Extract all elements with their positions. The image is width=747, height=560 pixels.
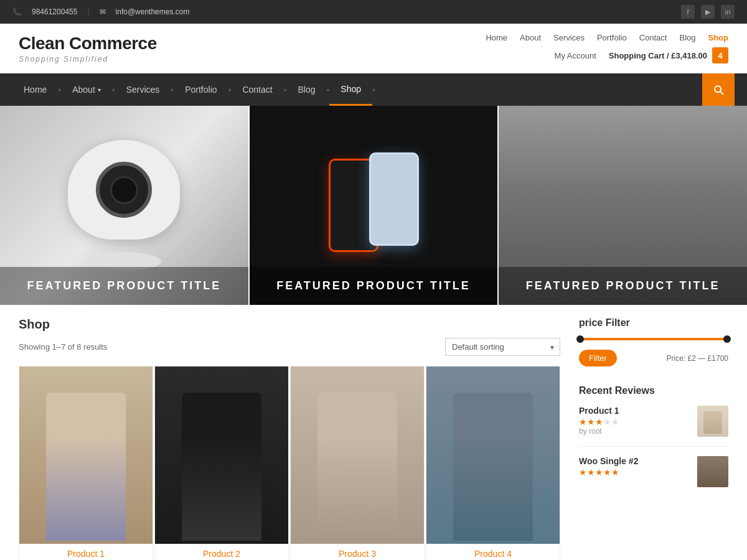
nav-contact[interactable]: Contact (231, 73, 283, 106)
recent-reviews-section: Recent Reviews Product 1 ★★★★★ by root (579, 385, 728, 497)
featured-overlay-3: FEATURED PRODUCT TITLE (499, 267, 747, 305)
sort-select[interactable]: Default sorting Sort by popularity Sort … (445, 338, 560, 356)
products-grid: Product 1 £1,700.00 Product 2 £1,700.00 (19, 366, 560, 560)
header-nav-services[interactable]: Services (553, 33, 585, 42)
review-thumbnail-2 (697, 456, 728, 487)
product-card-2[interactable]: Product 2 £1,700.00 (154, 366, 289, 560)
product-name-1: Product 1 (24, 549, 148, 559)
main-navigation: Home ● About ▾ ● Services ● Portfolio ● … (0, 73, 747, 106)
product-name-3: Product 3 (296, 549, 419, 559)
phone-icon: 📞 (12, 7, 22, 16)
header-nav-shop[interactable]: Shop (708, 33, 729, 42)
product-name-4: Product 4 (431, 549, 555, 559)
price-handle-right[interactable] (723, 335, 731, 343)
review-by-1: by root (579, 427, 691, 436)
nav-portfolio[interactable]: Portfolio (174, 73, 228, 106)
header-nav: Home About Services Portfolio Contact Bl… (486, 33, 728, 42)
product-image-3 (291, 366, 424, 544)
review-info-2: Woo Single #2 ★★★★★ (579, 456, 691, 477)
price-handle-left[interactable] (576, 335, 584, 343)
header-nav-blog[interactable]: Blog (679, 33, 695, 42)
price-range-text: Price: £2 — £1700 (667, 354, 728, 363)
search-button[interactable] (702, 73, 735, 106)
featured-item-1[interactable]: FEATURED PRODUCT TITLE (0, 106, 248, 305)
review-product-1: Product 1 (579, 406, 691, 416)
product-name-2: Product 2 (160, 549, 283, 559)
product-image-2 (155, 366, 288, 544)
email-address: info@wenthemes.com (116, 7, 190, 16)
top-bar: 📞 98461200455 | ✉ info@wenthemes.com f ▶… (0, 0, 747, 24)
featured-title-1: FEATURED PRODUCT TITLE (27, 279, 222, 292)
nav-blog[interactable]: Blog (286, 73, 326, 106)
site-title: Clean Commerce (19, 34, 157, 54)
price-filter-actions: Filter Price: £2 — £1700 (579, 350, 728, 366)
header-right: Home About Services Portfolio Contact Bl… (486, 33, 728, 63)
featured-overlay-2: FEATURED PRODUCT TITLE (250, 267, 498, 305)
review-info-1: Product 1 ★★★★★ by root (579, 406, 691, 436)
featured-title-3: FEATURED PRODUCT TITLE (526, 279, 720, 292)
review-item-1: Product 1 ★★★★★ by root (579, 406, 728, 447)
nav-items: Home ● About ▾ ● Services ● Portfolio ● … (12, 73, 702, 106)
review-item-2: Woo Single #2 ★★★★★ (579, 456, 728, 497)
review-thumbnail-1 (697, 406, 728, 437)
email-icon: ✉ (100, 7, 106, 16)
phone-number: 98461200455 (32, 7, 77, 16)
sort-wrapper: Default sorting Sort by popularity Sort … (445, 338, 560, 356)
site-tagline: Shopping Simplified (19, 55, 157, 63)
featured-item-2[interactable]: FEATURED PRODUCT TITLE (248, 106, 498, 305)
product-info-2: Product 2 £1,700.00 (155, 544, 288, 560)
sidebar: price Filter Filter Price: £2 — £1700 Re… (579, 317, 728, 560)
nav-shop[interactable]: Shop (329, 73, 372, 106)
cart-count: 4 (712, 47, 728, 63)
showing-results: Showing 1–7 of 8 results (19, 342, 107, 352)
shopping-cart[interactable]: Shopping Cart / £3,418.00 4 (609, 47, 728, 63)
price-filter-title: price Filter (579, 317, 728, 329)
price-range-bar (579, 338, 728, 340)
product-image-1 (19, 366, 153, 544)
product-info-1: Product 1 £1,700.00 (19, 544, 153, 560)
product-info-3: Product 3 £1,700.00 (291, 544, 424, 560)
nav-home[interactable]: Home (12, 73, 58, 106)
nav-dot-7: ● (372, 87, 375, 93)
product-info-4: Product 4 £1,700.00 (426, 544, 560, 560)
shop-meta: Showing 1–7 of 8 results Default sorting… (19, 338, 560, 356)
product-card-1[interactable]: Product 1 £1,700.00 (19, 366, 153, 560)
price-range-fill (579, 338, 728, 340)
review-stars-2: ★★★★★ (579, 467, 691, 477)
top-bar-contact: 📞 98461200455 | ✉ info@wenthemes.com (12, 7, 189, 16)
featured-products: FEATURED PRODUCT TITLE FEATURED PRODUCT … (0, 106, 747, 305)
product-image-4 (426, 366, 560, 544)
header-nav-home[interactable]: Home (486, 33, 507, 42)
filter-button[interactable]: Filter (579, 350, 617, 366)
separator: | (87, 7, 89, 16)
product-card-3[interactable]: Product 3 £1,700.00 (290, 366, 425, 560)
shop-section: Shop Showing 1–7 of 8 results Default so… (19, 317, 560, 560)
recent-reviews-title: Recent Reviews (579, 385, 728, 396)
product-card-4[interactable]: Product 4 £1,700.00 (426, 366, 560, 560)
facebook-icon[interactable]: f (681, 5, 695, 19)
price-filter-section: price Filter Filter Price: £2 — £1700 (579, 317, 728, 366)
nav-about[interactable]: About ▾ (61, 73, 112, 106)
social-links: f ▶ in (681, 5, 735, 19)
chevron-down-icon: ▾ (98, 86, 101, 93)
search-icon (712, 83, 725, 96)
logo[interactable]: Clean Commerce Shopping Simplified (19, 34, 157, 63)
youtube-icon[interactable]: ▶ (701, 5, 715, 19)
camera-visual (68, 140, 180, 271)
review-stars-1: ★★★★★ (579, 417, 691, 427)
site-header: Clean Commerce Shopping Simplified Home … (0, 24, 747, 73)
cart-text: Shopping Cart / £3,418.00 (609, 51, 707, 60)
header-nav-about[interactable]: About (520, 33, 541, 42)
header-nav-portfolio[interactable]: Portfolio (597, 33, 627, 42)
linkedin-icon[interactable]: in (721, 5, 735, 19)
main-content: Shop Showing 1–7 of 8 results Default so… (0, 305, 747, 560)
featured-item-3[interactable]: FEATURED PRODUCT TITLE (497, 106, 747, 305)
featured-title-2: FEATURED PRODUCT TITLE (276, 279, 471, 292)
my-account-link[interactable]: My Account (555, 51, 596, 60)
shop-title: Shop (19, 317, 560, 332)
review-product-2: Woo Single #2 (579, 456, 691, 466)
nav-services[interactable]: Services (115, 73, 171, 106)
featured-overlay-1: FEATURED PRODUCT TITLE (0, 267, 248, 305)
header-nav-contact[interactable]: Contact (639, 33, 667, 42)
header-actions: My Account Shopping Cart / £3,418.00 4 (486, 47, 728, 63)
